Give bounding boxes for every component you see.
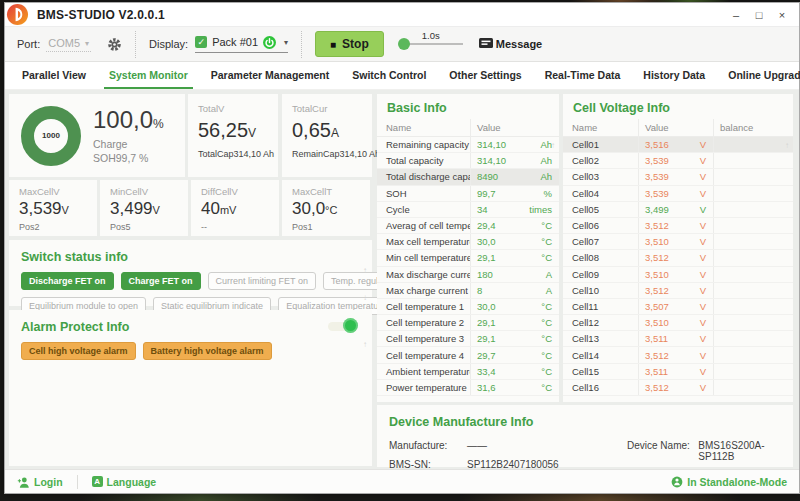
tab[interactable]: Switch Control <box>347 62 431 89</box>
balance-cell <box>714 364 793 379</box>
cell-stat-card: MaxCellT 30,0°C Pos1 <box>282 180 370 236</box>
table-row[interactable]: Cell05 3,499V <box>563 202 793 218</box>
minimize-button[interactable]: – <box>729 9 743 21</box>
table-row[interactable]: Cell12 3,510V <box>563 315 793 331</box>
scroll-up-hint[interactable]: ↑ <box>785 141 789 150</box>
cell-stat-card: MinCellV 3,499V Pos5 <box>100 180 188 236</box>
table-row[interactable]: Cell09 3,510V <box>563 267 793 283</box>
table-row[interactable]: SOH 99,7% <box>377 186 559 202</box>
tab[interactable]: System Monitor <box>104 62 193 89</box>
cell-stat-card: MaxCellV 3,539V Pos2 <box>9 180 97 236</box>
tab[interactable]: Online Upgrade <box>723 62 800 89</box>
app-logo-icon <box>6 3 29 26</box>
language-button[interactable]: A Language <box>92 476 157 488</box>
alarm-badge: Battery high voltage alarm <box>143 342 272 360</box>
balance-cell <box>714 250 793 265</box>
table-row[interactable]: Min cell temperature 29,1°C <box>377 250 559 266</box>
table-row[interactable]: Cell14 3,512V <box>563 347 793 363</box>
table-row[interactable]: Cell temperature 3 29,1°C <box>377 331 559 347</box>
scroll-down-hint[interactable]: ↓ <box>363 293 367 302</box>
table-row[interactable]: Max charge current 8A <box>377 283 559 299</box>
table-row[interactable]: Cell01 3,516V <box>563 137 793 153</box>
table-row[interactable]: Total capacity 314,10Ah <box>377 153 559 169</box>
device-name-field: Device Name:BMS16S200A-SP112B <box>627 440 781 462</box>
balance-cell <box>714 380 793 395</box>
table-row[interactable]: Ambient temperature 33,4°C <box>377 364 559 380</box>
pack-status-icon <box>263 36 276 49</box>
cell-stat-card: DiffCellV 40mV -- <box>191 180 279 236</box>
device-info-card: Device Manufacture Info Manufacture:—— B… <box>377 405 793 467</box>
switch-status-badge: Discharge FET on <box>21 272 114 290</box>
table-row[interactable]: Cell06 3,512V <box>563 218 793 234</box>
scroll-up-hint[interactable]: ↑ <box>363 266 367 275</box>
table-row[interactable]: Power temperature 31,6°C <box>377 380 559 396</box>
table-row[interactable]: Cell11 3,507V <box>563 299 793 315</box>
pack-select[interactable]: ✓ Pack #01 ▾ <box>195 36 288 53</box>
table-row[interactable]: Cell08 3,512V <box>563 250 793 266</box>
port-value: COM5 <box>48 37 80 49</box>
message-button[interactable]: Message <box>479 38 542 50</box>
table-row[interactable]: Cell10 3,512V <box>563 283 793 299</box>
slider-knob[interactable] <box>398 38 410 50</box>
interval-value: 1.0s <box>419 30 443 41</box>
table-row[interactable]: Total discharge capacity 8490Ah <box>377 169 559 185</box>
table-row[interactable]: Cell03 3,539V <box>563 169 793 185</box>
table-row[interactable]: Max cell temperature 30,0°C <box>377 234 559 250</box>
settings-gear-icon[interactable] <box>107 37 122 52</box>
balance-cell <box>714 137 793 152</box>
toolbar-separator <box>135 31 136 58</box>
maximize-button[interactable]: □ <box>752 9 766 21</box>
login-button[interactable]: Login <box>17 476 63 488</box>
pack-checkbox[interactable]: ✓ <box>195 36 207 48</box>
balance-cell <box>714 186 793 201</box>
soh-label: SOH99,7 % <box>93 151 164 165</box>
basic-info-header: Name Value <box>377 119 559 137</box>
toggle-knob[interactable] <box>343 318 358 333</box>
table-row[interactable]: Remaining capacity 314,10Ah <box>377 137 559 153</box>
table-row[interactable]: Cell temperature 4 29,7°C <box>377 347 559 363</box>
display-label: Display: <box>149 38 188 50</box>
scroll-up-hint[interactable]: ↑ <box>551 141 555 150</box>
tab[interactable]: Parameter Management <box>206 62 334 89</box>
basic-info-title: Basic Info <box>377 94 559 115</box>
close-button[interactable]: × <box>775 9 789 21</box>
tab[interactable]: Other Settings <box>444 62 526 89</box>
total-stat-card: TotalV 56,25V TotalCap314,10 Ah <box>188 94 278 177</box>
tab[interactable]: Parallel View <box>17 62 91 89</box>
balance-cell <box>714 299 793 314</box>
port-label: Port: <box>17 38 40 50</box>
table-row[interactable]: Cell temperature 1 30,0°C <box>377 299 559 315</box>
table-row[interactable]: Cell02 3,539V <box>563 153 793 169</box>
switch-status-badge: Charge FET on <box>121 272 201 290</box>
port-select[interactable]: COM5 ▾ <box>46 36 91 52</box>
table-row[interactable]: Cell07 3,510V <box>563 234 793 250</box>
cell-voltage-header: Name Value balance <box>563 119 793 137</box>
chevron-down-icon: ▾ <box>284 38 288 47</box>
table-row[interactable]: Cell13 3,511V <box>563 331 793 347</box>
manufacture-field: Manufacture:—— <box>389 440 627 451</box>
toolbar: Port: COM5 ▾ Display: ✓ Pack #01 ▾ <box>5 26 799 62</box>
toolbar-separator <box>301 31 302 58</box>
table-row[interactable]: Max discharge current 180A <box>377 267 559 283</box>
tab[interactable]: Real-Time Data <box>540 62 626 89</box>
balance-cell <box>714 234 793 249</box>
pack-value: Pack #01 <box>212 36 258 48</box>
table-row[interactable]: Cell16 3,512V <box>563 380 793 396</box>
table-row[interactable]: Averag of cell temperat... 29,4°C <box>377 218 559 234</box>
table-row[interactable]: Cycle 34times <box>377 202 559 218</box>
alarm-badge: Cell high voltage alarm <box>21 342 136 360</box>
status-bar: Login A Language In Standalone-Mode <box>5 469 799 493</box>
stop-button[interactable]: ■ Stop <box>315 31 384 57</box>
alarm-protect-card: Alarm Protect Info ↑ Cell high voltage a… <box>9 310 372 466</box>
table-row[interactable]: Cell temperature 2 29,1°C <box>377 315 559 331</box>
table-row[interactable]: Cell15 3,511V <box>563 364 793 380</box>
tab[interactable]: History Data <box>638 62 710 89</box>
interval-slider[interactable]: 1.0s <box>401 37 463 51</box>
table-row[interactable]: Cell04 3,539V <box>563 186 793 202</box>
app-window: BMS-STUDIO V2.0.0.1 – □ × Port: COM5 ▾ D… <box>4 2 800 494</box>
standalone-mode-indicator: In Standalone-Mode <box>671 476 787 488</box>
scroll-up-hint[interactable]: ↑ <box>363 340 367 349</box>
alarm-toggle[interactable] <box>328 320 358 332</box>
cell-voltage-title: Cell Voltage Info <box>563 94 793 115</box>
charge-gauge-card: 1000 100,0% Charge SOH99,7 % <box>9 94 185 177</box>
